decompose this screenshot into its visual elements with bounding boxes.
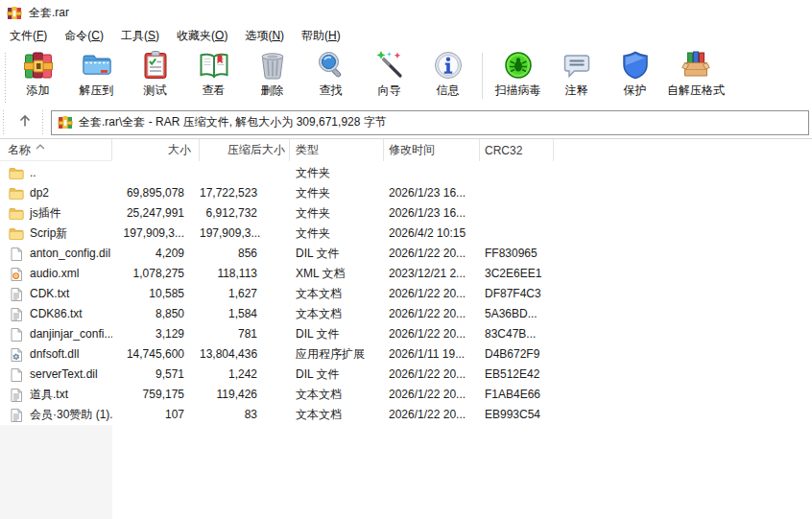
file-modified-cell: 2026/1/22 20... bbox=[384, 284, 480, 304]
xml-file-icon bbox=[9, 267, 24, 282]
toolbar-find-button[interactable]: 查找 bbox=[301, 49, 360, 100]
file-name-cell: CDK.txt bbox=[0, 284, 112, 304]
file-size-cell: 14,745,600 bbox=[112, 344, 200, 365]
address-combobox[interactable]: 全套.rar\全套 - RAR 压缩文件, 解包大小为 309,671,928 … bbox=[51, 110, 809, 135]
file-row[interactable]: audio.xml1,078,275118,113XML 文档2023/12/2… bbox=[0, 264, 812, 284]
toolbar-info-button[interactable]: 信息 bbox=[418, 49, 477, 100]
file-packed-cell: 856 bbox=[200, 244, 290, 264]
file-list: 名称大小压缩后大小类型修改时间CRC32 ..文件夹dp269,895,0781… bbox=[0, 139, 812, 519]
file-name-cell: js插件 bbox=[0, 203, 112, 224]
file-row[interactable]: ..文件夹 bbox=[0, 163, 812, 183]
file-crc32-cell: 83C47B... bbox=[480, 324, 554, 344]
menu-item-favorites[interactable]: 收藏夹(O) bbox=[168, 26, 236, 46]
file-packed-cell: 13,804,436 bbox=[200, 344, 290, 365]
file-crc32-cell: 3C2E6EE1 bbox=[480, 264, 554, 284]
toolbar-delete-button[interactable]: 删除 bbox=[243, 49, 301, 100]
sort-ascending-icon bbox=[35, 139, 46, 153]
up-one-level-button[interactable] bbox=[11, 110, 39, 135]
file-size-cell: 4,209 bbox=[112, 244, 200, 264]
test-clipboard-icon bbox=[140, 50, 171, 81]
text-file-icon bbox=[9, 287, 24, 302]
toolbar-add-button[interactable]: 添加 bbox=[9, 49, 67, 100]
menu-bar: 文件(F)命令(C)工具(S)收藏夹(O)选项(N)帮助(H) bbox=[0, 26, 812, 46]
file-row[interactable]: 会员·30赞助 (1)....10783文本文档2026/1/22 20...E… bbox=[0, 405, 812, 425]
winrar-window: 全套.rar 文件(F)命令(C)工具(S)收藏夹(O)选项(N)帮助(H) 添… bbox=[0, 0, 812, 519]
comment-bubble-icon bbox=[561, 50, 592, 81]
file-crc32-cell bbox=[480, 203, 554, 224]
address-grip-handle-2[interactable] bbox=[42, 110, 43, 134]
dll-file-icon bbox=[9, 347, 24, 363]
column-header-label: 大小 bbox=[168, 142, 191, 158]
file-packed-cell: 1,627 bbox=[200, 284, 290, 304]
file-row[interactable]: dnfsoft.dll14,745,60013,804,436应用程序扩展202… bbox=[0, 344, 812, 365]
toolbar-separator bbox=[482, 53, 483, 99]
toolbar-wizard-button[interactable]: 向导 bbox=[360, 49, 418, 100]
column-header-crc32[interactable]: CRC32 bbox=[480, 139, 554, 161]
file-modified-cell: 2026/1/22 20... bbox=[384, 385, 480, 405]
sfx-box-icon bbox=[681, 50, 711, 81]
toolbar-extract-to-button[interactable]: 解压到 bbox=[67, 49, 126, 100]
info-circle-icon bbox=[433, 50, 464, 81]
file-row[interactable]: 道具.txt759,175119,426文本文档2026/1/22 20...F… bbox=[0, 385, 812, 405]
column-header-row: 名称大小压缩后大小类型修改时间CRC32 bbox=[0, 139, 812, 161]
file-row[interactable]: CDK86.txt8,8501,584文本文档2026/1/22 20...5A… bbox=[0, 304, 812, 324]
menu-item-commands[interactable]: 命令(C) bbox=[56, 26, 112, 46]
file-name-label: audio.xml bbox=[30, 264, 79, 284]
column-header-modified[interactable]: 修改时间 bbox=[384, 139, 480, 161]
delete-trash-icon bbox=[257, 50, 288, 81]
file-name-cell: audio.xml bbox=[0, 264, 112, 284]
file-row[interactable]: CDK.txt10,5851,627文本文档2026/1/22 20...DF8… bbox=[0, 284, 812, 304]
file-crc32-cell: EB993C54 bbox=[480, 405, 554, 425]
toolbar-view-button[interactable]: 查看 bbox=[184, 49, 243, 100]
blank-file-icon bbox=[9, 367, 24, 383]
file-crc32-cell: 5A36BD... bbox=[480, 304, 554, 324]
file-crc32-cell: FF830965 bbox=[480, 244, 554, 264]
file-crc32-cell bbox=[480, 224, 554, 244]
file-packed-cell: 1,242 bbox=[200, 365, 290, 385]
toolbar-virus-scan-button[interactable]: 扫描病毒 bbox=[489, 49, 547, 100]
file-packed-cell: 197,909,3... bbox=[200, 224, 290, 244]
folder-icon bbox=[9, 206, 24, 222]
address-grip-handle[interactable] bbox=[3, 110, 4, 134]
file-type-cell: DIL 文件 bbox=[290, 324, 384, 344]
toolbar-sfx-button[interactable]: 自解压格式 bbox=[664, 49, 728, 100]
folder-icon bbox=[9, 226, 24, 242]
file-type-cell: 文本文档 bbox=[290, 284, 384, 304]
column-header-size[interactable]: 大小 bbox=[112, 139, 200, 161]
column-header-name[interactable]: 名称 bbox=[0, 139, 112, 161]
file-size-cell bbox=[112, 163, 200, 183]
file-row[interactable]: danjinjar_confi...3,129781DIL 文件2026/1/2… bbox=[0, 324, 812, 344]
toolbar-grip-handle[interactable] bbox=[5, 53, 6, 103]
column-header-label: CRC32 bbox=[485, 144, 522, 157]
toolbar-comment-button[interactable]: 注释 bbox=[547, 49, 606, 100]
file-modified-cell: 2026/1/22 20... bbox=[384, 324, 480, 344]
file-type-cell: 文件夹 bbox=[290, 203, 384, 224]
menu-item-file[interactable]: 文件(F) bbox=[1, 26, 56, 46]
file-row[interactable]: dp269,895,07817,722,523文件夹2026/1/23 16..… bbox=[0, 183, 812, 203]
toolbar-button-label: 添加 bbox=[27, 83, 50, 99]
file-modified-cell: 2026/1/23 16... bbox=[384, 203, 480, 224]
file-crc32-cell: DF87F4C3 bbox=[480, 284, 554, 304]
file-row[interactable]: serverText.dil9,5711,242DIL 文件2026/1/22 … bbox=[0, 365, 812, 385]
folder-icon bbox=[9, 166, 24, 181]
file-row[interactable]: anton_config.dil4,209856DIL 文件2026/1/22 … bbox=[0, 244, 812, 264]
file-row[interactable]: Scrip新197,909,3...197,909,3...文件夹2026/4/… bbox=[0, 224, 812, 244]
toolbar-protect-button[interactable]: 保护 bbox=[606, 49, 664, 100]
protect-shield-icon bbox=[620, 50, 651, 81]
file-row[interactable]: js插件25,247,9916,912,732文件夹2026/1/23 16..… bbox=[0, 203, 812, 224]
menu-item-tools[interactable]: 工具(S) bbox=[112, 26, 168, 46]
toolbar-test-button[interactable]: 测试 bbox=[126, 49, 184, 100]
file-size-cell: 69,895,078 bbox=[112, 183, 200, 203]
menu-item-options[interactable]: 选项(N) bbox=[236, 26, 293, 46]
column-header-packed[interactable]: 压缩后大小 bbox=[200, 139, 290, 161]
text-file-icon bbox=[9, 408, 24, 423]
list-empty-area bbox=[0, 425, 812, 519]
file-modified-cell: 2026/1/22 20... bbox=[384, 365, 480, 385]
file-type-cell: 应用程序扩展 bbox=[290, 344, 384, 365]
file-crc32-cell bbox=[480, 183, 554, 203]
file-size-cell: 25,247,991 bbox=[112, 203, 200, 224]
file-packed-cell: 781 bbox=[200, 324, 290, 344]
menu-item-help[interactable]: 帮助(H) bbox=[293, 26, 349, 46]
column-header-type[interactable]: 类型 bbox=[290, 139, 384, 161]
title-bar: 全套.rar bbox=[0, 0, 812, 26]
